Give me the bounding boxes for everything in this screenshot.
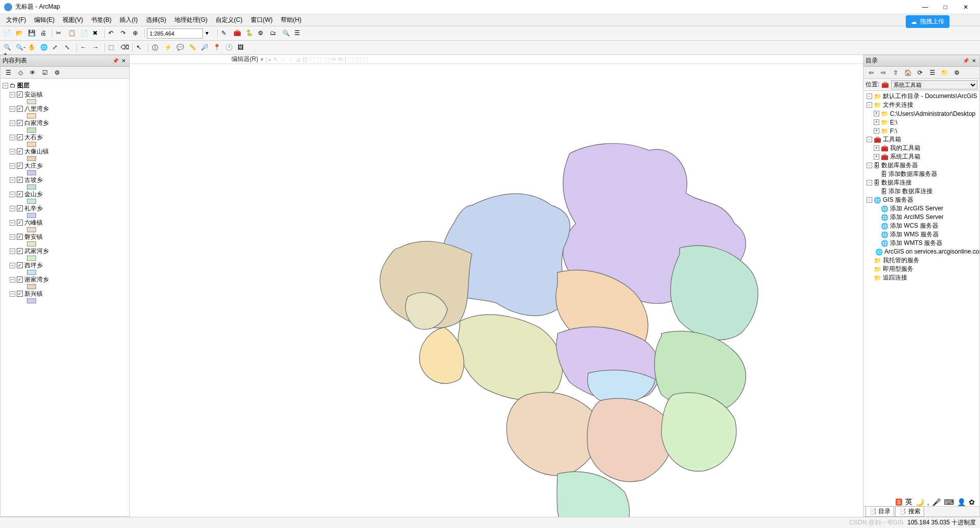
collapse-icon[interactable]: − [10,220,15,226]
region-polygon[interactable] [670,245,758,339]
findxy-icon[interactable]: 📍 [212,42,223,53]
expand-icon[interactable]: + [874,154,879,160]
collapse-icon[interactable]: − [10,291,15,297]
list-by-drawing-icon[interactable]: ☰ [3,67,14,78]
measure-icon[interactable]: 📏 [187,42,198,53]
layers-root[interactable]: − 🗀 图层 [3,81,127,90]
collapse-icon[interactable]: − [3,83,8,88]
catalog-item[interactable]: 📁我托管的服务 [865,256,978,265]
menu-6[interactable]: 地理处理(G) [170,15,212,25]
ime-icon[interactable]: S [896,499,902,506]
expand-icon[interactable]: + [874,128,879,134]
scale-input[interactable] [147,28,203,39]
close-panel-icon[interactable]: ✕ [970,57,977,65]
collapse-icon[interactable]: − [10,206,15,211]
layer-checkbox[interactable] [17,291,23,297]
layer-checkbox[interactable] [17,205,23,211]
catalog-item[interactable]: +🧰我的工具箱 [865,144,978,152]
collapse-icon[interactable]: − [10,92,15,98]
catalog-item[interactable]: 🗄添加 数据库连接 [865,187,978,196]
layer-swatch[interactable] [27,256,36,261]
collapse-icon[interactable]: − [10,177,15,183]
expand-icon[interactable]: - [867,180,872,185]
catalog-item[interactable]: 📁即用型服务 [865,265,978,273]
layer-checkbox[interactable] [17,163,23,169]
collapse-icon[interactable]: − [10,249,15,254]
layer-swatch[interactable] [27,156,36,161]
forward-icon[interactable]: ⇨ [878,67,889,78]
collapse-icon[interactable]: − [10,192,15,197]
new-icon[interactable]: 📄 [2,28,13,39]
catalog-item[interactable]: 🌐添加 ArcIMS Server [865,213,978,222]
layer-row[interactable]: −古坡乡 [10,175,127,184]
python-icon[interactable]: 🐍 [244,28,255,39]
layer-checkbox[interactable] [17,220,23,226]
close-panel-icon[interactable]: ✕ [120,57,127,65]
editor-toolbar-icon[interactable]: ✎ [220,28,231,39]
home-icon[interactable]: 🏠 [902,67,913,78]
connect-folder-icon[interactable]: 📁 [939,67,950,78]
menu-9[interactable]: 帮助(H) [277,15,306,25]
prev-extent-icon[interactable]: ← [79,42,90,53]
layer-row[interactable]: −武家河乡 [10,246,127,256]
next-extent-icon[interactable]: → [91,42,102,53]
full-extent-icon[interactable]: 🌐 [39,42,50,53]
layer-row[interactable]: −大庄乡 [10,161,127,170]
layer-swatch[interactable] [27,213,36,218]
layer-swatch[interactable] [27,170,36,175]
collapse-icon[interactable]: − [10,135,15,140]
catalog-item[interactable]: 🌐添加 WCS 服务器 [865,222,978,230]
region-polygon[interactable] [587,398,672,482]
layer-row[interactable]: −金山乡 [10,190,127,199]
list-by-selection-icon[interactable]: ☑ [39,67,50,78]
catalog-item[interactable]: 🌐添加 WMTS 服务器 [865,239,978,247]
open-icon[interactable]: 📂 [14,28,25,39]
expand-icon[interactable]: - [867,163,872,168]
pin-icon[interactable]: 📌 [112,57,119,65]
layer-checkbox[interactable] [17,262,23,268]
time-slider-icon[interactable]: 🕐 [224,42,235,53]
save-icon[interactable]: 💾 [26,28,38,39]
collapse-icon[interactable]: − [10,234,15,240]
list-by-source-icon[interactable]: ◇ [15,67,26,78]
cut-icon[interactable]: ✂ [54,28,66,39]
select-features-icon[interactable]: ⬚ [107,42,118,53]
layer-swatch[interactable] [27,142,36,147]
add-data-icon[interactable]: ⊕ [131,28,142,39]
layer-row[interactable]: −大石乡 [10,133,127,142]
menu-5[interactable]: 选择(S) [142,15,170,25]
catalog-item[interactable]: -🧰工具箱 [865,135,978,144]
layer-checkbox[interactable] [17,91,23,98]
toolbox-icon[interactable]: 🧰 [232,28,243,39]
zoom-in-icon[interactable]: 🔍+ [2,42,13,53]
layer-checkbox[interactable] [17,134,23,140]
editor-dropdown-icon[interactable]: ▾ [260,56,263,63]
region-polygon[interactable] [458,315,562,400]
menu-2[interactable]: 视图(V) [58,15,87,25]
undo-icon[interactable]: ↶ [107,28,118,39]
layer-row[interactable]: −白家湾乡 [10,118,127,128]
region-polygon[interactable] [420,327,464,383]
identify-icon[interactable]: ⓘ [151,42,162,53]
lang-icon[interactable]: 英 [905,498,912,507]
layer-row[interactable]: −安远镇 [10,90,127,99]
menu-1[interactable]: 编辑(E) [30,15,58,25]
viewer-icon[interactable]: 🖼 [236,42,247,53]
expand-icon[interactable]: + [874,119,879,125]
expand-icon[interactable]: - [867,94,872,99]
expand-icon[interactable]: + [874,145,879,151]
minimize-button[interactable]: — [915,2,935,13]
html-popup-icon[interactable]: 💬 [175,42,186,53]
layer-checkbox[interactable] [17,106,23,112]
back-icon[interactable]: ⇦ [866,67,877,78]
layer-swatch[interactable] [27,227,36,232]
menu-3[interactable]: 书签(B) [87,15,115,25]
layer-checkbox[interactable] [17,120,23,126]
collapse-icon[interactable]: − [10,277,15,283]
keyboard-icon[interactable]: ⌨ [944,498,954,506]
collapse-icon[interactable]: − [10,149,15,154]
layer-row[interactable]: −八里湾乡 [10,104,127,113]
layer-row[interactable]: −大像山镇 [10,147,127,156]
dropdown-icon[interactable]: ▾ [204,28,215,39]
catalog-item[interactable]: 🗄添加数据库服务器 [865,170,978,178]
